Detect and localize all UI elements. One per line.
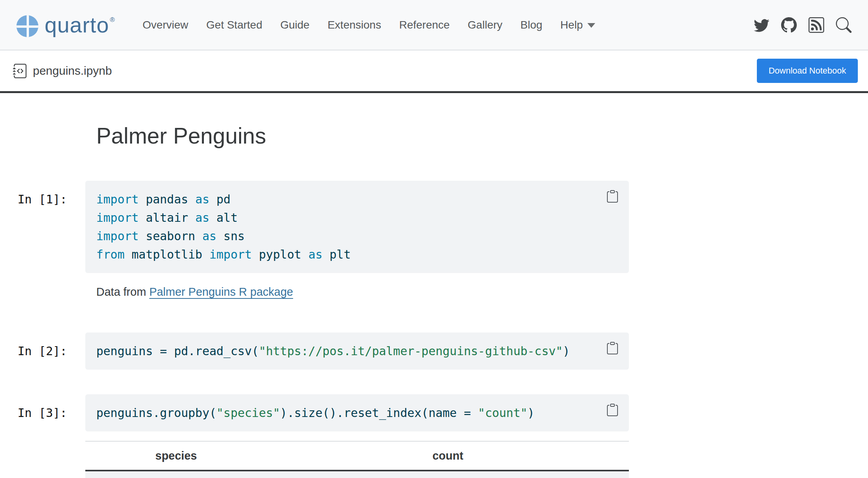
- code-cell-2: In [2]: penguins = pd.read_csv("https://…: [85, 332, 629, 370]
- search-icon[interactable]: [836, 17, 852, 33]
- notebook-header-bar: penguins.ipynb Download Notebook: [0, 50, 868, 93]
- page-title: Palmer Penguins: [96, 121, 868, 150]
- table-header-row: species count: [85, 441, 629, 471]
- cell-execution-label: In [2]:: [18, 342, 67, 360]
- data-source-paragraph: Data from Palmer Penguins R package: [96, 284, 868, 300]
- registered-mark: ®: [110, 16, 115, 24]
- github-icon[interactable]: [781, 17, 797, 33]
- nav-link-reference[interactable]: Reference: [390, 19, 459, 31]
- code-block: penguins.groupby("species").size().reset…: [96, 404, 618, 422]
- copy-to-clipboard-icon[interactable]: [606, 341, 619, 355]
- nav-link-overview[interactable]: Overview: [133, 19, 197, 31]
- nav-link-get-started[interactable]: Get Started: [197, 19, 271, 31]
- table-row: [85, 471, 629, 478]
- palmer-penguins-link[interactable]: Palmer Penguins R package: [149, 286, 293, 298]
- cell-execution-label: In [3]:: [18, 404, 67, 422]
- notebook-file-label: penguins.ipynb: [13, 64, 112, 78]
- nav-link-guide[interactable]: Guide: [271, 19, 319, 31]
- paragraph-text: Data from: [96, 286, 149, 298]
- code-cell-1: In [1]: import pandas as pdimport altair…: [85, 181, 629, 273]
- quarto-logo[interactable]: quarto ®: [16, 13, 115, 37]
- top-navbar: quarto ® Overview Get Started Guide Exte…: [0, 0, 868, 50]
- cell-execution-label: In [1]:: [18, 190, 67, 208]
- species-count-table: species count: [85, 441, 629, 478]
- copy-to-clipboard-icon[interactable]: [606, 403, 619, 417]
- journal-code-icon: [13, 64, 27, 78]
- code-block: penguins = pd.read_csv("https://pos.it/p…: [96, 342, 618, 360]
- nav-link-help[interactable]: Help: [551, 19, 605, 31]
- code-block: import pandas as pdimport altair as alti…: [96, 190, 618, 264]
- chevron-down-icon: [587, 23, 595, 28]
- navbar-tools: [754, 17, 852, 33]
- nav-link-blog[interactable]: Blog: [511, 19, 551, 31]
- table-header-species: species: [85, 441, 267, 471]
- twitter-icon[interactable]: [754, 17, 769, 33]
- main-navigation: Overview Get Started Guide Extensions Re…: [133, 19, 604, 31]
- nav-link-help-label: Help: [560, 19, 583, 31]
- brand-name: quarto: [45, 13, 109, 37]
- rss-icon[interactable]: [809, 17, 824, 33]
- quarto-logo-icon: [16, 15, 38, 37]
- download-notebook-button[interactable]: Download Notebook: [757, 59, 858, 83]
- table-header-count: count: [267, 441, 629, 471]
- code-cell-3: In [3]: penguins.groupby("species").size…: [85, 394, 629, 431]
- copy-to-clipboard-icon[interactable]: [606, 189, 619, 203]
- notebook-filename: penguins.ipynb: [33, 64, 112, 77]
- nav-link-extensions[interactable]: Extensions: [319, 19, 390, 31]
- nav-link-gallery[interactable]: Gallery: [459, 19, 511, 31]
- notebook-content: Palmer Penguins In [1]: import pandas as…: [0, 93, 868, 478]
